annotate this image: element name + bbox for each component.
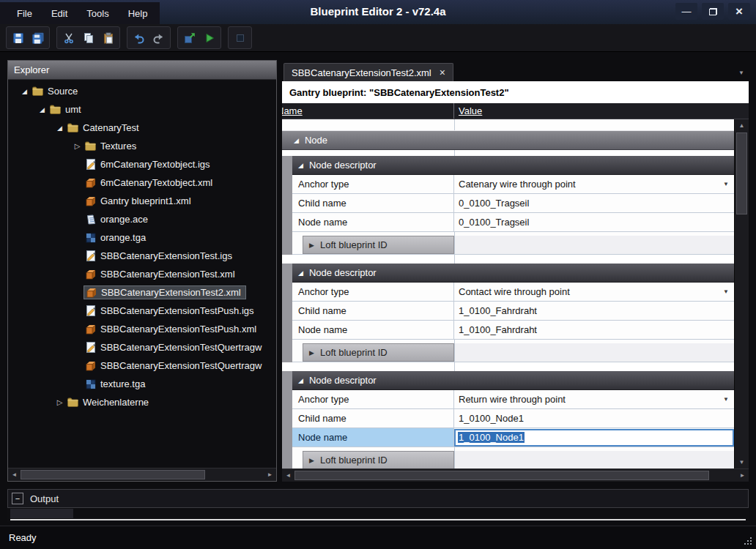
property-value[interactable]: 1_0100_Fahrdraht bbox=[454, 321, 734, 339]
redo-button[interactable] bbox=[149, 28, 168, 48]
tree-item-source[interactable]: ◢Source bbox=[8, 82, 276, 100]
tree-item-file[interactable]: SBBCatenaryExtensionTestQuertragw bbox=[8, 356, 276, 375]
tree-item-file[interactable]: orange.ace bbox=[8, 210, 276, 228]
group-header-loft[interactable]: ▶Loft blueprint ID bbox=[303, 343, 454, 362]
property-value[interactable]: 1_0100_Node1 bbox=[454, 409, 734, 427]
loft-blueprint-row: ▶Loft blueprint ID bbox=[292, 451, 734, 468]
column-value[interactable]: Value bbox=[454, 103, 749, 119]
chevron-down-icon[interactable]: ▼ bbox=[723, 396, 729, 403]
scroll-right-icon[interactable]: ► bbox=[736, 469, 749, 482]
tree-item-selected[interactable]: SBBCatenaryExtensionTest2.xml bbox=[8, 283, 276, 302]
tree-item-file[interactable]: texture.tga bbox=[8, 375, 276, 393]
property-name-selected[interactable]: Node name bbox=[292, 428, 454, 447]
tree-item-file[interactable]: 6mCatenaryTextobject.xml bbox=[8, 173, 276, 192]
status-text: Ready bbox=[9, 532, 37, 543]
scroll-left-icon[interactable]: ◄ bbox=[282, 469, 294, 482]
tab-close-icon[interactable]: × bbox=[440, 67, 445, 78]
run-button[interactable] bbox=[199, 28, 219, 48]
tree-item-file[interactable]: 6mCatenaryTextobject.igs bbox=[8, 155, 276, 173]
chevron-down-icon[interactable]: ▼ bbox=[723, 181, 729, 187]
property-name[interactable]: Child name bbox=[292, 409, 454, 427]
property-value[interactable]: 0_0100_Tragseil bbox=[454, 213, 734, 231]
tree-item-file[interactable]: Gantry blueprint1.xml bbox=[8, 192, 276, 210]
scroll-thumb[interactable] bbox=[294, 471, 709, 480]
explorer-hscrollbar[interactable]: ◄ ► bbox=[8, 468, 276, 481]
scroll-up-icon[interactable]: ▲ bbox=[735, 119, 749, 132]
property-name[interactable]: Anchor type bbox=[292, 175, 454, 193]
editor-hscrollbar[interactable]: ◄ ► bbox=[282, 468, 749, 482]
property-value-dropdown[interactable]: Return wire through point▼ bbox=[454, 390, 734, 408]
menu-help[interactable]: Help bbox=[119, 5, 158, 22]
copy-button[interactable] bbox=[78, 28, 98, 48]
property-name[interactable]: Child name bbox=[292, 302, 454, 320]
restore-button[interactable] bbox=[702, 3, 724, 20]
undo-button[interactable] bbox=[129, 28, 149, 48]
export-button[interactable] bbox=[179, 28, 199, 48]
tree-item-textures[interactable]: ▷Textures bbox=[8, 137, 276, 155]
expander-icon[interactable]: ◢ bbox=[53, 124, 66, 132]
scroll-left-icon[interactable]: ◄ bbox=[8, 468, 21, 481]
tab-list-menu-icon[interactable]: ▼ bbox=[738, 70, 744, 76]
value-editor-input[interactable]: 1_0100_Node1 bbox=[454, 429, 734, 447]
output-collapse-button[interactable]: − bbox=[12, 493, 23, 504]
tab-document[interactable]: SBBCatenaryExtensionTest2.xml × bbox=[284, 63, 453, 81]
property-name[interactable]: Anchor type bbox=[292, 283, 454, 301]
paste-button[interactable] bbox=[98, 28, 118, 48]
menu-bar: File Edit Tools Help bbox=[0, 2, 160, 24]
loft-value-area bbox=[454, 236, 734, 254]
resize-grip-icon[interactable] bbox=[744, 537, 753, 546]
property-value-dropdown[interactable]: Contact wire through point▼ bbox=[454, 283, 734, 301]
property-name[interactable]: Child name bbox=[292, 194, 454, 212]
tree-item-file[interactable]: SBBCatenaryExtensionTest.igs bbox=[8, 247, 276, 265]
property-name[interactable]: Anchor type bbox=[292, 390, 454, 408]
scroll-thumb[interactable] bbox=[736, 132, 747, 214]
group-header-node-descriptor[interactable]: ◢ Node descriptor bbox=[292, 371, 734, 390]
expander-icon[interactable]: ◢ bbox=[36, 106, 48, 113]
tree-item-file[interactable]: SBBCatenaryExtensionTestPush.igs bbox=[8, 302, 276, 320]
scroll-thumb[interactable] bbox=[21, 470, 205, 479]
menu-edit[interactable]: Edit bbox=[42, 5, 77, 22]
property-value[interactable]: 1_0100_Fahrdraht bbox=[454, 302, 734, 320]
scroll-right-icon[interactable]: ► bbox=[264, 468, 276, 481]
grid-column-header: Name Value bbox=[282, 103, 749, 119]
column-name[interactable]: Name bbox=[282, 103, 454, 119]
group-header-node[interactable]: ◢ Node bbox=[282, 131, 734, 150]
property-value-dropdown[interactable]: Catenary wire through point▼ bbox=[454, 175, 734, 193]
tree-item-file[interactable]: orange.tga bbox=[8, 228, 276, 247]
group-header-loft[interactable]: ▶Loft blueprint ID bbox=[303, 236, 454, 254]
property-name[interactable]: Node name bbox=[292, 321, 454, 339]
tree-item-file[interactable]: SBBCatenaryExtensionTestPush.xml bbox=[8, 320, 276, 338]
output-body bbox=[7, 508, 749, 522]
property-grid: ◢ Node ◢ Node descriptor Anchor type Cat… bbox=[282, 119, 734, 468]
save-button[interactable] bbox=[8, 28, 28, 48]
tree-item-umt[interactable]: ◢umt bbox=[8, 100, 276, 119]
minimize-button[interactable]: — bbox=[675, 3, 697, 20]
cut-button[interactable] bbox=[59, 28, 78, 48]
scroll-down-icon[interactable]: ▼ bbox=[735, 456, 749, 468]
menu-tools[interactable]: Tools bbox=[77, 5, 118, 22]
chevron-down-icon[interactable]: ▼ bbox=[723, 288, 729, 295]
tab-strip: SBBCatenaryExtensionTest2.xml × ▼ bbox=[282, 62, 749, 81]
tree-item-catenarytest[interactable]: ◢CatenaryTest bbox=[8, 119, 276, 137]
expander-icon[interactable]: ▷ bbox=[71, 142, 84, 150]
property-name[interactable]: Node name bbox=[292, 213, 454, 231]
expander-icon[interactable]: ▷ bbox=[53, 398, 66, 406]
toolbar-group-clipboard bbox=[56, 26, 120, 49]
ace-file-icon bbox=[84, 214, 97, 225]
property-value-editing[interactable]: 1_0100_Node1 bbox=[454, 428, 734, 447]
tree-item-file[interactable]: SBBCatenaryExtensionTestQuertragw bbox=[8, 338, 276, 356]
tree-item-file[interactable]: SBBCatenaryExtensionTest.xml bbox=[8, 265, 276, 283]
group-header-node-descriptor[interactable]: ◢ Node descriptor bbox=[292, 156, 734, 175]
menu-file[interactable]: File bbox=[7, 5, 42, 22]
stop-button[interactable] bbox=[230, 28, 250, 48]
save-all-button[interactable] bbox=[28, 28, 48, 48]
tree-item-weichenlaterne[interactable]: ▷Weichenlaterne bbox=[8, 393, 276, 411]
property-value[interactable]: 0_0100_Tragseil bbox=[454, 194, 734, 212]
output-partial-tab bbox=[10, 509, 73, 518]
close-button[interactable]: × bbox=[728, 3, 750, 20]
group-header-loft[interactable]: ▶Loft blueprint ID bbox=[303, 451, 454, 468]
folder-icon bbox=[84, 141, 97, 151]
group-header-node-descriptor[interactable]: ◢ Node descriptor bbox=[292, 264, 734, 283]
editor-vscrollbar[interactable]: ▲ ▼ bbox=[734, 119, 749, 468]
expander-icon[interactable]: ◢ bbox=[18, 88, 31, 95]
